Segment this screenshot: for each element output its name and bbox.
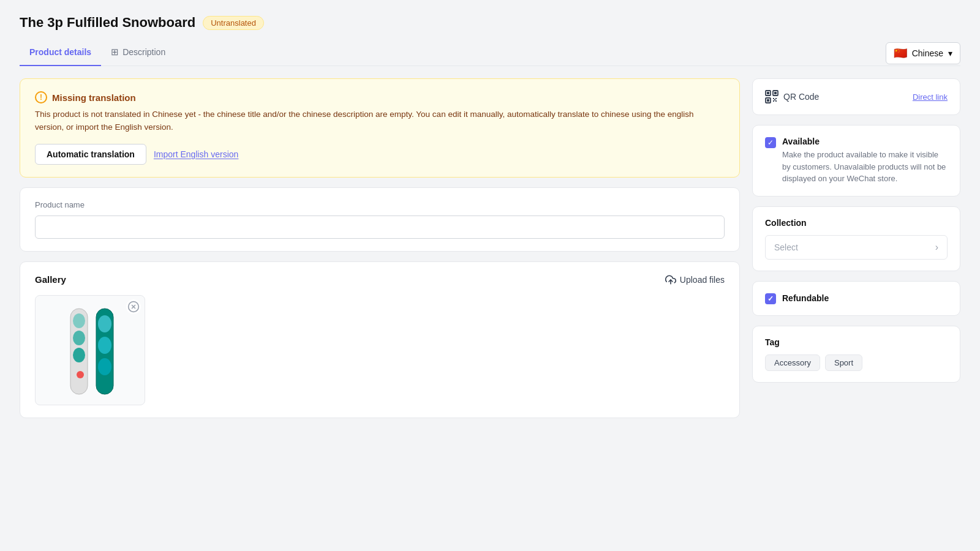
upload-files-button[interactable]: Upload files (665, 274, 725, 285)
right-panel: QR Code Direct link ✓ Available Make the… (752, 78, 960, 418)
close-circle-icon (127, 301, 140, 313)
flag-icon: 🇨🇳 (894, 47, 907, 60)
available-description: Make the product available to make it vi… (782, 149, 948, 185)
svg-rect-20 (775, 98, 777, 99)
qr-code-section: QR Code (765, 90, 819, 103)
language-selector[interactable]: 🇨🇳 Chinese ▾ (886, 42, 960, 64)
alert-actions: Automatic translation Import English ver… (35, 144, 725, 165)
gallery-card: Gallery Upload files (20, 261, 740, 418)
main-layout: ! Missing translation This product is no… (20, 78, 960, 418)
page-title: The 3p Fulfilled Snowboard (20, 15, 195, 31)
qr-code-label: QR Code (783, 92, 819, 102)
tag-section-title: Tag (765, 337, 948, 347)
tab-product-details-label: Product details (29, 47, 91, 57)
svg-point-8 (77, 371, 84, 378)
tabs: Product details ⊞ Description (20, 40, 175, 66)
available-title: Available (782, 137, 948, 146)
tags-list: Accessory Sport (765, 354, 948, 371)
gallery-header: Gallery Upload files (35, 274, 725, 285)
status-badge: Untranslated (203, 16, 264, 30)
tab-product-details[interactable]: Product details (20, 40, 101, 66)
language-label: Chinese (912, 48, 943, 58)
chevron-down-icon: ▾ (948, 48, 952, 58)
alert-header: ! Missing translation (35, 91, 725, 103)
svg-rect-14 (767, 92, 769, 94)
collection-select-button[interactable]: Select › (765, 235, 948, 260)
gallery-images (35, 295, 725, 405)
svg-point-7 (73, 348, 85, 362)
tag-card: Tag Accessory Sport (752, 326, 960, 383)
product-name-card: Product name (20, 187, 740, 252)
remove-image-button[interactable] (126, 299, 141, 314)
available-text: Available Make the product available to … (782, 137, 948, 185)
svg-rect-22 (775, 100, 777, 102)
page-header: The 3p Fulfilled Snowboard Untranslated (20, 15, 960, 31)
collection-placeholder: Select (774, 242, 798, 252)
gallery-title: Gallery (35, 274, 66, 285)
tag-accessory[interactable]: Accessory (765, 354, 820, 371)
svg-point-10 (98, 315, 111, 332)
svg-rect-21 (773, 100, 774, 102)
svg-point-5 (73, 313, 85, 328)
import-english-button[interactable]: Import English version (154, 149, 239, 159)
alert-title: Missing translation (52, 92, 136, 103)
image-thumbnail (35, 295, 145, 405)
refundable-row: ✓ Refundable (765, 293, 948, 304)
layers-icon: ⊞ (111, 47, 119, 58)
available-checkbox[interactable]: ✓ (765, 137, 776, 148)
warning-icon: ! (35, 91, 47, 103)
upload-files-label: Upload files (680, 275, 725, 285)
svg-point-6 (73, 331, 85, 345)
svg-rect-23 (774, 99, 775, 100)
auto-translate-button[interactable]: Automatic translation (35, 144, 146, 165)
collection-title: Collection (765, 218, 948, 228)
svg-point-11 (98, 337, 111, 354)
tag-sport[interactable]: Sport (825, 354, 862, 371)
qr-code-icon (765, 90, 778, 103)
product-name-input[interactable] (35, 216, 725, 239)
available-row: ✓ Available Make the product available t… (765, 137, 948, 185)
product-name-label: Product name (35, 200, 725, 209)
refundable-checkbox[interactable]: ✓ (765, 293, 776, 304)
refundable-label: Refundable (782, 293, 829, 303)
qr-code-card: QR Code Direct link (752, 78, 960, 115)
qr-row: QR Code Direct link (765, 90, 948, 103)
snowboard-svg (53, 299, 127, 400)
collection-card: Collection Select › (752, 206, 960, 271)
missing-translation-alert: ! Missing translation This product is no… (20, 78, 740, 178)
left-panel: ! Missing translation This product is no… (20, 78, 740, 418)
available-card: ✓ Available Make the product available t… (752, 125, 960, 197)
tab-description[interactable]: ⊞ Description (101, 40, 175, 66)
alert-description: This product is not translated in Chines… (35, 108, 725, 134)
svg-rect-18 (767, 99, 769, 102)
tabs-row: Product details ⊞ Description 🇨🇳 Chinese… (20, 40, 960, 66)
refundable-card: ✓ Refundable (752, 281, 960, 316)
direct-link-button[interactable]: Direct link (913, 92, 948, 102)
svg-rect-19 (773, 98, 774, 99)
chevron-right-icon: › (935, 242, 938, 253)
svg-point-12 (98, 358, 111, 375)
upload-icon (665, 274, 676, 285)
svg-rect-16 (774, 92, 777, 94)
tab-description-label: Description (123, 47, 165, 57)
